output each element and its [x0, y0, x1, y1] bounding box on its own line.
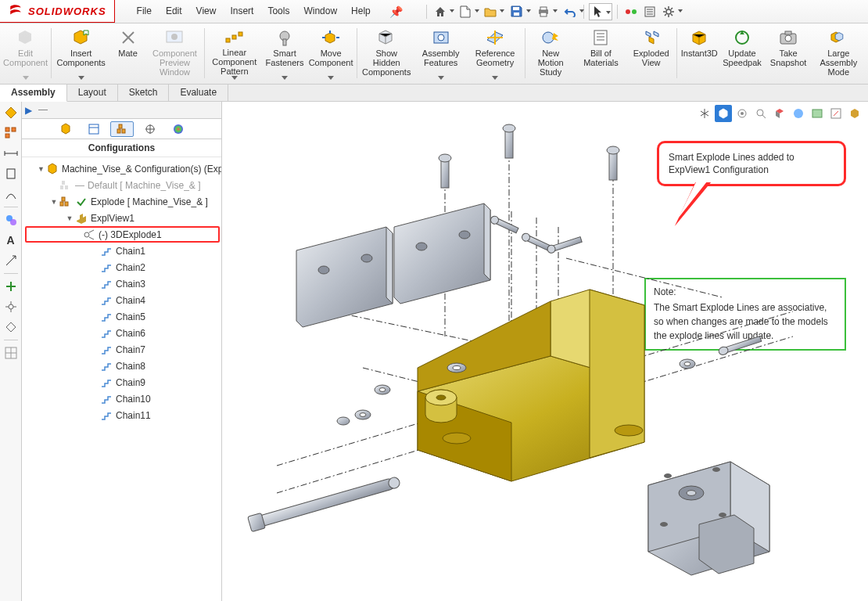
- tree-chain-label: Chain2: [116, 262, 145, 273]
- gutter-sketch-icon[interactable]: [3, 253, 19, 268]
- options-button[interactable]: [641, 3, 658, 20]
- svg-rect-32: [117, 129, 120, 133]
- tree-root-label: Machine_Vise_& Configuration(s) (Exp: [62, 164, 221, 175]
- tree-default-config[interactable]: —Default [ Machine_Vise_& ]: [25, 177, 220, 193]
- svg-rect-11: [239, 32, 242, 36]
- open-button[interactable]: [482, 3, 499, 20]
- bolt-1: [503, 124, 515, 158]
- tab-evaluate[interactable]: Evaluate: [169, 85, 228, 101]
- ribbon-reference-geometry[interactable]: Reference Geometry: [468, 25, 521, 83]
- print-button[interactable]: [535, 3, 552, 20]
- svg-point-42: [84, 232, 89, 237]
- panel-tab-feature-tree-icon[interactable]: [54, 121, 77, 137]
- svg-rect-22: [5, 128, 9, 131]
- ribbon-smart-fasteners[interactable]: Smart Fasteners: [263, 25, 307, 83]
- menu-edit[interactable]: Edit: [160, 2, 188, 21]
- gutter-plus-icon[interactable]: [3, 279, 19, 294]
- bolt-2: [439, 154, 451, 188]
- ribbon-linear-component-pattern[interactable]: Linear Component Pattern: [208, 25, 260, 83]
- graphics-viewport[interactable]: Smart Explode Lines added to ExpView1 Co…: [222, 102, 868, 601]
- pin-icon[interactable]: 📌: [383, 2, 409, 21]
- rebuild-status-icon[interactable]: [622, 3, 640, 20]
- ribbon-show-hidden-components[interactable]: Show Hidden Components: [360, 25, 412, 83]
- ribbon-bill-of-materials[interactable]: Bill of Materials: [575, 25, 627, 83]
- checkmark-icon: [75, 196, 88, 208]
- ribbon-mate[interactable]: Mate: [109, 25, 146, 83]
- tree-chain[interactable]: Chain3: [25, 275, 220, 292]
- svg-point-69: [607, 146, 619, 154]
- tree-explview-label: ExplView1: [91, 213, 135, 224]
- ribbon-assembly-features[interactable]: Assembly Features: [414, 25, 467, 83]
- tree-chain[interactable]: Chain9: [25, 374, 220, 390]
- ribbon-large-assembly-mode[interactable]: Large Assembly Mode: [812, 25, 865, 83]
- gutter-curve-icon[interactable]: [3, 186, 19, 202]
- tree-chain[interactable]: Chain7: [25, 341, 220, 358]
- chevron-down-icon: [78, 76, 84, 80]
- ribbon-insert-components[interactable]: Insert Components: [55, 25, 107, 83]
- exploded-view-drawing: [222, 102, 863, 601]
- tree-chain[interactable]: Chain4: [25, 292, 220, 308]
- tab-sketch[interactable]: Sketch: [118, 85, 170, 101]
- undo-button[interactable]: [561, 3, 579, 20]
- gutter-appearance-icon[interactable]: [3, 212, 19, 228]
- menu-bar: File Edit View Insert Tools Window Help …: [115, 2, 409, 21]
- gutter-crosshair-icon[interactable]: [3, 299, 19, 315]
- insert-components-icon: [70, 28, 92, 47]
- svg-point-67: [439, 154, 451, 162]
- ribbon-update-speedpak[interactable]: Update Speedpak: [719, 25, 764, 83]
- tab-assembly[interactable]: Assembly: [0, 85, 67, 102]
- tree-chain[interactable]: Chain8: [25, 358, 220, 374]
- app-logo: SOLIDWORKS: [0, 0, 115, 23]
- gutter-grid-icon[interactable]: [3, 345, 19, 361]
- save-button[interactable]: [508, 3, 525, 20]
- menu-tools[interactable]: Tools: [261, 2, 296, 21]
- chain-step-icon: [100, 278, 113, 290]
- panel-tab-property-manager-icon[interactable]: [82, 121, 106, 137]
- gutter-annotation-icon[interactable]: A: [3, 232, 19, 248]
- gutter-dimension-icon[interactable]: [3, 146, 19, 161]
- tree-chain-label: Chain5: [116, 311, 145, 322]
- ribbon-instant3d[interactable]: Instant3D: [680, 25, 718, 83]
- menu-file[interactable]: File: [131, 2, 158, 21]
- svg-point-28: [9, 304, 13, 309]
- tree-chain[interactable]: Chain5: [25, 308, 220, 325]
- menu-insert[interactable]: Insert: [224, 2, 260, 21]
- menu-help[interactable]: Help: [345, 2, 377, 21]
- tree-chain[interactable]: Chain1: [25, 243, 220, 259]
- washer-left-1: [355, 410, 371, 419]
- tree-explode-config[interactable]: ▼Explode [ Machine_Vise_& ]: [25, 193, 220, 210]
- gutter-patterns-icon[interactable]: [3, 125, 19, 141]
- tree-chain[interactable]: Chain6: [25, 325, 220, 341]
- svg-point-35: [174, 124, 183, 134]
- tree-3dexplode[interactable]: (-) 3DExplode1: [25, 226, 220, 243]
- tree-root[interactable]: ▼Machine_Vise_& Configuration(s) (Exp: [25, 160, 220, 177]
- tree-chain[interactable]: Chain2: [25, 259, 220, 275]
- svg-point-76: [443, 433, 471, 444]
- washer-right-1: [680, 359, 695, 369]
- tab-layout[interactable]: Layout: [67, 85, 118, 101]
- new-button[interactable]: [457, 3, 474, 20]
- gutter-diamond-icon[interactable]: [3, 105, 19, 121]
- panel-tab-dimxpert-icon[interactable]: [138, 121, 162, 137]
- panel-tab-display-manager-icon[interactable]: [167, 121, 190, 137]
- panel-tabs: [22, 119, 221, 139]
- tree-chain[interactable]: Chain11: [25, 407, 220, 423]
- select-mode-button[interactable]: [589, 3, 612, 20]
- svg-rect-40: [60, 202, 63, 206]
- ribbon-take-snapshot[interactable]: Take Snapshot: [766, 25, 811, 83]
- settings-button[interactable]: [660, 3, 677, 20]
- ribbon-exploded-view[interactable]: Exploded View: [629, 25, 673, 83]
- breadcrumb-arrow-icon[interactable]: ▶: [25, 105, 32, 116]
- gutter-diamond-small-icon[interactable]: [3, 319, 19, 335]
- menu-window[interactable]: Window: [297, 2, 343, 21]
- chain-step-icon: [100, 344, 113, 356]
- tree-explview[interactable]: ▼ExplView1: [25, 210, 220, 226]
- config-root-icon: [46, 163, 59, 175]
- panel-tab-configuration-manager-icon[interactable]: [110, 121, 134, 137]
- ribbon-move-component[interactable]: Move Component: [309, 25, 353, 83]
- menu-view[interactable]: View: [190, 2, 223, 21]
- tree-chain[interactable]: Chain10: [25, 390, 220, 407]
- gutter-dimension-vertical-icon[interactable]: [3, 166, 19, 182]
- home-button[interactable]: [432, 3, 449, 20]
- ribbon-new-motion-study[interactable]: New Motion Study: [529, 25, 573, 83]
